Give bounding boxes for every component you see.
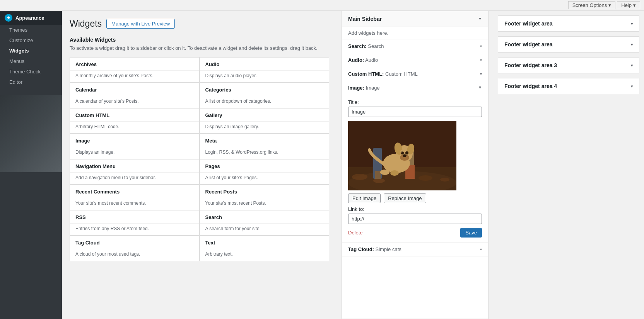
image-widget-name: Image: Image <box>348 85 380 91</box>
widget-item[interactable]: Recent Posts Your site's most recent Pos… <box>200 185 330 210</box>
title-input[interactable] <box>348 107 482 117</box>
audio-widget-header[interactable]: Audio: Audio ▾ <box>342 53 488 67</box>
main-sidebar-header[interactable]: Main Sidebar ▲ <box>342 11 488 27</box>
main-layout: ★ Appearance Themes Customize Widgets Me… <box>0 11 644 319</box>
widget-item[interactable]: Gallery Displays an image gallery. <box>200 108 330 134</box>
customize-label: Customize <box>9 37 33 43</box>
footer-area-4-chevron: ▾ <box>631 84 633 88</box>
footer-area-1-chevron: ▾ <box>631 22 633 26</box>
widget-item-desc: Arbitrary text. <box>200 249 329 261</box>
editor-label: Editor <box>9 79 22 85</box>
widget-image <box>348 121 456 190</box>
footer-area-1: Footer widget area ▾ <box>498 15 639 32</box>
footer-area-1-header[interactable]: Footer widget area ▾ <box>498 16 639 31</box>
widget-item-desc: Your site's most recent Posts. <box>200 198 329 210</box>
footer-area-4: Footer widget area 4 ▾ <box>498 78 639 94</box>
image-widget-row: Image: Image ▲ Title: <box>342 81 488 243</box>
widget-item-desc: Displays an image. <box>70 147 199 159</box>
themes-label: Themes <box>9 27 27 33</box>
widget-item-name: Gallery <box>200 109 329 122</box>
svg-point-4 <box>373 178 385 183</box>
footer-area-1-label: Footer widget area <box>504 20 552 27</box>
widgets-grid: Archives A monthly archive of your site'… <box>70 57 329 261</box>
delete-button[interactable]: Delete <box>348 230 363 236</box>
sidebar-item-menus[interactable]: Menus <box>0 56 62 66</box>
link-label: Link to: <box>348 206 482 212</box>
widget-item[interactable]: Audio Displays an audio player. <box>200 57 330 83</box>
widget-item[interactable]: Meta Login, RSS, & WordPress.org links. <box>200 134 330 159</box>
widget-item[interactable]: Categories A list or dropdown of categor… <box>200 83 330 108</box>
replace-image-button[interactable]: Replace Image <box>384 193 426 203</box>
widget-item-name: Recent Comments <box>70 185 199 198</box>
widget-item[interactable]: Search A search form for your site. <box>200 210 330 236</box>
available-widgets-desc: To activate a widget drag it to a sideba… <box>70 45 329 51</box>
footer-area-2-header[interactable]: Footer widget area ▾ <box>498 37 639 52</box>
svg-point-21 <box>400 150 403 153</box>
widget-item-name: Recent Posts <box>200 185 329 198</box>
widget-item[interactable]: Archives A monthly archive of your site'… <box>70 57 200 83</box>
footer-area-2-chevron: ▾ <box>631 42 633 47</box>
svg-point-3 <box>352 174 367 180</box>
widget-item-name: Archives <box>70 58 199 71</box>
admin-sidebar: ★ Appearance Themes Customize Widgets Me… <box>0 11 62 319</box>
screen-options-label: Screen Options <box>572 2 607 8</box>
widget-item-name: RSS <box>70 210 199 224</box>
title-form-row: Title: <box>348 99 482 117</box>
audio-widget-name: Audio: Audio <box>348 57 378 63</box>
widget-item-name: Meta <box>200 134 329 147</box>
svg-rect-8 <box>375 171 381 179</box>
widget-item-desc: A search form for your site. <box>200 224 329 235</box>
appearance-menu-item[interactable]: ★ Appearance <box>0 11 62 25</box>
sidebar-item-widgets[interactable]: Widgets <box>0 46 62 56</box>
image-widget-footer: Delete Save <box>348 228 482 238</box>
widget-item[interactable]: RSS Entries from any RSS or Atom feed. <box>70 210 200 236</box>
widget-item[interactable]: Custom HTML Arbitrary HTML code. <box>70 108 200 134</box>
svg-point-20 <box>390 170 399 176</box>
edit-image-button[interactable]: Edit Image <box>348 193 381 203</box>
add-widgets-hint: Add widgets here. <box>342 27 488 39</box>
link-input[interactable] <box>348 214 482 224</box>
svg-point-18 <box>403 154 407 157</box>
custom-html-chevron: ▾ <box>480 72 482 76</box>
widget-item-desc: Login, RSS, & WordPress.org links. <box>200 147 329 159</box>
live-preview-button[interactable]: Manage with Live Preview <box>106 19 175 29</box>
widget-item-desc: A list of your site's Pages. <box>200 173 329 184</box>
widget-item-desc: A list or dropdown of categories. <box>200 96 329 108</box>
widget-item-desc: A calendar of your site's Posts. <box>70 96 199 108</box>
search-widget-header[interactable]: Search: Search ▾ <box>342 39 488 53</box>
widget-item[interactable]: Pages A list of your site's Pages. <box>200 159 330 185</box>
widget-item-name: Search <box>200 210 329 224</box>
footer-area-3-label: Footer widget area 3 <box>504 62 557 68</box>
sidebar-item-customize[interactable]: Customize <box>0 35 62 46</box>
custom-html-widget-header[interactable]: Custom HTML: Custom HTML ▾ <box>342 67 488 81</box>
tag-cloud-chevron: ▾ <box>480 247 482 251</box>
widget-item[interactable]: Calendar A calendar of your site's Posts… <box>70 83 200 108</box>
footer-area-3-chevron: ▾ <box>631 63 633 68</box>
footer-area-3-header[interactable]: Footer widget area 3 ▾ <box>498 58 639 73</box>
audio-chevron: ▾ <box>480 58 482 62</box>
widget-item[interactable]: Text Arbitrary text. <box>200 236 330 261</box>
widget-item[interactable]: Tag Cloud A cloud of your most used tags… <box>70 236 200 261</box>
search-widget-name: Search: Search <box>348 43 384 49</box>
save-button[interactable]: Save <box>460 228 482 238</box>
page-header: Widgets Manage with Live Preview <box>70 19 329 29</box>
help-button[interactable]: Help ▾ <box>617 1 640 9</box>
widget-item[interactable]: Recent Comments Your site's most recent … <box>70 185 200 210</box>
widget-item[interactable]: Navigation Menu Add a navigation menu to… <box>70 159 200 185</box>
widget-item[interactable]: Image Displays an image. <box>70 134 200 159</box>
sidebar-item-theme-check[interactable]: Theme Check <box>0 66 62 77</box>
help-label: Help <box>621 2 632 8</box>
tag-cloud-widget-header[interactable]: Tag Cloud: Simple cats ▾ <box>342 243 488 256</box>
main-sidebar-panel: Main Sidebar ▲ Add widgets here. Search:… <box>342 11 489 319</box>
footer-area-4-header[interactable]: Footer widget area 4 ▾ <box>498 78 639 94</box>
screen-options-chevron: ▾ <box>608 2 611 8</box>
sidebar-item-themes[interactable]: Themes <box>0 25 62 35</box>
widgets-label: Widgets <box>9 48 29 54</box>
image-widget-header[interactable]: Image: Image ▲ <box>342 81 488 95</box>
svg-point-16 <box>405 151 408 154</box>
screen-options-button[interactable]: Screen Options ▾ <box>568 1 616 9</box>
svg-point-6 <box>440 178 449 182</box>
search-chevron: ▾ <box>480 44 482 48</box>
sidebar-item-editor[interactable]: Editor <box>0 77 62 87</box>
available-widgets-title: Available Widgets <box>70 37 329 43</box>
